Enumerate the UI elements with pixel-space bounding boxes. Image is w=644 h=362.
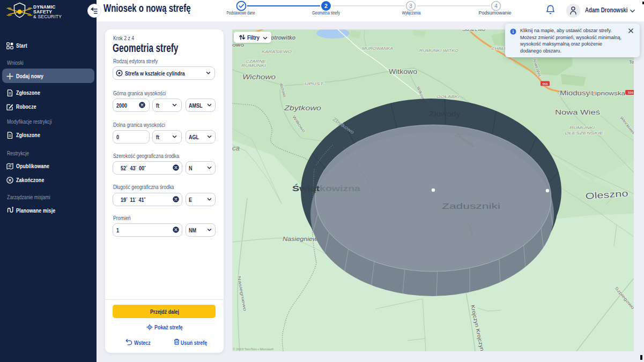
svg-text:MUROWANKA: MUROWANKA (362, 47, 393, 50)
svg-text:3: 3 (409, 3, 412, 9)
svg-text:Podstawowe dane: Podstawowe dane (227, 10, 255, 16)
svg-text:CZARNE: CZARNE (246, 59, 267, 63)
svg-text:Zaduszniki: Zaduszniki (442, 202, 500, 210)
svg-text:Witkowo: Witkowo (389, 68, 417, 76)
svg-text:Złowody: Złowody (429, 110, 461, 118)
svg-text:Suszewo: Suszewo (462, 29, 485, 32)
svg-text:4: 4 (494, 3, 498, 9)
svg-text:Nowa Wieś: Nowa Wieś (555, 108, 600, 116)
svg-text:UPUST: UPUST (305, 82, 324, 86)
svg-text:© 2023 TomTom • Microsoft: © 2023 TomTom • Microsoft (233, 348, 274, 351)
svg-text:Świątkowizna: Świątkowizna (292, 184, 361, 193)
svg-text:OWO: OWO (232, 43, 244, 48)
svg-text:Te: Te (629, 59, 634, 65)
svg-text:2: 2 (324, 3, 328, 9)
svg-text:OLESZEŃSKIE: OLESZEŃSKIE (565, 131, 603, 135)
svg-text:556: 556 (628, 91, 634, 94)
svg-text:KARASIEWO: KARASIEWO (262, 50, 292, 54)
svg-text:Geometria strefy: Geometria strefy (312, 10, 340, 16)
svg-text:Wichowo: Wichowo (242, 73, 276, 81)
svg-text:ca: ca (232, 144, 240, 152)
svg-text:556: 556 (542, 82, 548, 86)
svg-text:& SECURITY: & SECURITY (33, 14, 62, 19)
svg-text:otrowitko: otrowitko (271, 35, 295, 41)
svg-text:-Lipnowska: -Lipnowska (589, 90, 626, 96)
svg-text:RUMUNKI: RUMUNKI (241, 64, 266, 67)
svg-text:GOŁĄBKI: GOŁĄBKI (436, 95, 460, 99)
svg-text:RUMUNKI WITKO: RUMUNKI WITKO (419, 49, 458, 52)
svg-text:RUMUNKI: RUMUNKI (569, 126, 595, 130)
svg-text:Wyłączenia: Wyłączenia (402, 10, 421, 16)
svg-text:Podsumowanie: Podsumowanie (479, 10, 512, 16)
svg-text:Zbytkowo: Zbytkowo (284, 104, 321, 112)
svg-text:Miodusy: Miodusy (560, 89, 590, 97)
